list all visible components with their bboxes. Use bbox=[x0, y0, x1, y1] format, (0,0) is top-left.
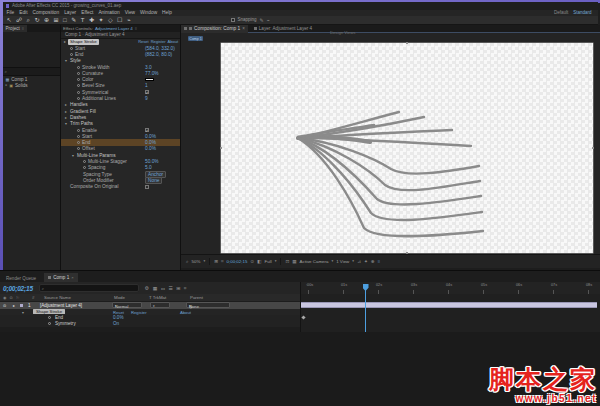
twirl-icon[interactable]: ▸ bbox=[64, 39, 66, 44]
close-icon[interactable]: × bbox=[71, 275, 73, 280]
handle-top[interactable] bbox=[406, 42, 408, 44]
menu-item[interactable]: Help bbox=[162, 10, 172, 15]
twirl-icon[interactable]: ▸ bbox=[6, 83, 8, 87]
timeline-toggle-icon[interactable]: ⚙ bbox=[145, 286, 149, 291]
tool-icon[interactable]: ⌕ bbox=[27, 16, 30, 24]
property-value[interactable]: 50.0% bbox=[145, 159, 159, 164]
property-value[interactable]: 9 bbox=[145, 96, 148, 101]
menu-item[interactable]: Layer bbox=[64, 10, 76, 15]
stopwatch-icon[interactable] bbox=[77, 135, 80, 138]
timeline-property-row[interactable]: Symmetry On bbox=[0, 321, 300, 327]
register-link[interactable]: Register bbox=[151, 39, 166, 44]
menu-item[interactable]: Animation bbox=[98, 10, 119, 15]
stopwatch-icon[interactable] bbox=[70, 53, 73, 56]
workspace-standard[interactable]: Standard bbox=[573, 10, 591, 15]
property-value[interactable]: 3.0 bbox=[145, 65, 152, 70]
column-hash[interactable]: # bbox=[32, 295, 34, 300]
exposure-icon[interactable]: ⊕ bbox=[371, 259, 375, 264]
stopwatch-icon[interactable] bbox=[77, 97, 80, 100]
reset-link[interactable]: Reset bbox=[138, 39, 148, 44]
panel-menu-icon[interactable]: ≡ bbox=[135, 26, 137, 31]
column-parent[interactable]: Parent bbox=[190, 295, 203, 300]
layer-color-chip[interactable] bbox=[20, 304, 23, 308]
chevron-down-icon[interactable]: ▾ bbox=[203, 259, 205, 263]
menu-item[interactable]: Edit bbox=[19, 10, 27, 15]
menu-item[interactable]: Window bbox=[140, 10, 157, 15]
view-layout-select[interactable]: 1 View bbox=[336, 259, 349, 264]
stopwatch-icon[interactable] bbox=[83, 160, 86, 163]
timeline-divider[interactable] bbox=[300, 282, 301, 332]
timeline-search-input[interactable]: ⌕ bbox=[39, 284, 139, 292]
comp-navigator-chip[interactable]: Comp 1 bbox=[188, 36, 203, 41]
property-value[interactable]: 5.0 bbox=[145, 165, 152, 170]
stopwatch-icon[interactable] bbox=[77, 91, 80, 94]
tool-icon[interactable]: ⌁ bbox=[127, 16, 131, 24]
eye-icon[interactable]: ⊙ bbox=[3, 303, 6, 308]
tool-icon[interactable]: □ bbox=[63, 16, 67, 24]
stopwatch-icon[interactable] bbox=[77, 78, 80, 81]
property-value[interactable]: ✓ bbox=[146, 90, 149, 95]
snapshot-icon[interactable]: ⊙ bbox=[250, 259, 254, 264]
stopwatch-icon[interactable] bbox=[48, 316, 51, 319]
twirl-icon[interactable]: ▸ bbox=[13, 303, 15, 308]
pixel-aspect-icon[interactable]: ⊿ bbox=[357, 259, 361, 264]
tool-icon[interactable]: ✎ bbox=[71, 16, 76, 24]
effect-name-chip[interactable]: Shape Stroke bbox=[68, 39, 99, 45]
timeline-button-icon[interactable]: ≡ bbox=[378, 259, 381, 264]
timeline-toggle-icon[interactable]: ⌗ bbox=[184, 286, 187, 291]
effect-property-row[interactable]: Composite On Original bbox=[61, 184, 180, 190]
timeline-toggle-icon[interactable]: ▦ bbox=[153, 286, 158, 291]
grid-guides-icon[interactable]: ⊞ bbox=[214, 259, 218, 264]
tool-icon[interactable]: T bbox=[81, 16, 85, 24]
property-value[interactable]: 77.0% bbox=[145, 71, 159, 76]
tool-icon[interactable]: ⊞ bbox=[54, 16, 59, 24]
panel-menu-icon[interactable]: ≡ bbox=[22, 26, 24, 31]
menu-item[interactable]: Effect bbox=[81, 10, 93, 15]
tool-icon[interactable]: ⊕ bbox=[44, 16, 49, 24]
stopwatch-icon[interactable] bbox=[77, 66, 80, 69]
stopwatch-icon[interactable] bbox=[77, 72, 80, 75]
timeline-toggle-icon[interactable]: ☰ bbox=[168, 286, 172, 291]
property-value[interactable]: 0.0% bbox=[145, 146, 156, 151]
snapping-checkbox[interactable] bbox=[231, 18, 235, 22]
timeline-track-area[interactable] bbox=[300, 294, 600, 332]
menu-item[interactable]: Composition bbox=[33, 10, 60, 15]
stopwatch-icon[interactable] bbox=[77, 147, 80, 150]
time-ruler[interactable]: :00s01s02s03s04s05s06s07s08s bbox=[300, 282, 600, 294]
tool-icon[interactable]: ☍ bbox=[16, 16, 22, 24]
tab-project[interactable]: Project ≡ bbox=[3, 25, 28, 32]
tool-icon[interactable]: ✚ bbox=[89, 16, 94, 24]
handle-right[interactable] bbox=[592, 147, 594, 149]
stopwatch-icon[interactable] bbox=[70, 47, 73, 50]
workspace-default[interactable]: Default bbox=[554, 10, 568, 15]
chevron-down-icon[interactable]: ▾ bbox=[331, 259, 333, 263]
value-box[interactable] bbox=[145, 185, 149, 189]
close-icon[interactable]: × bbox=[242, 26, 245, 31]
tab-composition[interactable]: Composition: Comp 1 × bbox=[181, 25, 248, 33]
project-item-solids[interactable]: ▸ ▣ Solids bbox=[3, 82, 61, 88]
show-channel-icon[interactable]: ◧ bbox=[257, 259, 261, 264]
stopwatch-icon[interactable] bbox=[77, 129, 80, 132]
property-value[interactable]: On bbox=[113, 321, 119, 326]
camera-select[interactable]: Active Camera bbox=[300, 259, 329, 264]
comp-timecode[interactable]: 0;00;02;15 bbox=[227, 259, 248, 264]
chevron-down-icon[interactable]: ▾ bbox=[275, 259, 277, 263]
tool-icon[interactable]: ◇ bbox=[108, 16, 113, 24]
property-value[interactable]: (584.0, 332.0) bbox=[145, 46, 175, 51]
layer-row[interactable]: ⊙ ▸ 1 [Adjustment Layer 4] Normal ▾ ▾ ◎ … bbox=[0, 302, 300, 309]
current-time-field[interactable]: 0;00;02;15 bbox=[3, 285, 33, 292]
menu-item[interactable]: View bbox=[125, 10, 135, 15]
property-value[interactable]: ✓ bbox=[146, 128, 149, 133]
tab-timeline-comp[interactable]: Comp 1 × bbox=[44, 273, 78, 282]
column-trkmat[interactable]: T TrkMat bbox=[149, 295, 166, 300]
project-search[interactable]: ⌕ bbox=[3, 68, 61, 76]
column-source-name[interactable]: Source Name bbox=[44, 295, 71, 300]
transparency-grid-icon[interactable]: ▦ bbox=[292, 259, 296, 264]
column-mode[interactable]: Mode bbox=[114, 295, 125, 300]
mask-icon[interactable]: ⌗ bbox=[221, 259, 224, 264]
zoom-level[interactable]: 50% bbox=[192, 259, 201, 264]
menu-item[interactable]: File bbox=[7, 10, 15, 15]
property-value[interactable]: (882.0, 80.0) bbox=[145, 52, 172, 57]
roi-icon[interactable]: ⊡ bbox=[285, 259, 289, 264]
layer-name[interactable]: [Adjustment Layer 4] bbox=[40, 303, 82, 308]
